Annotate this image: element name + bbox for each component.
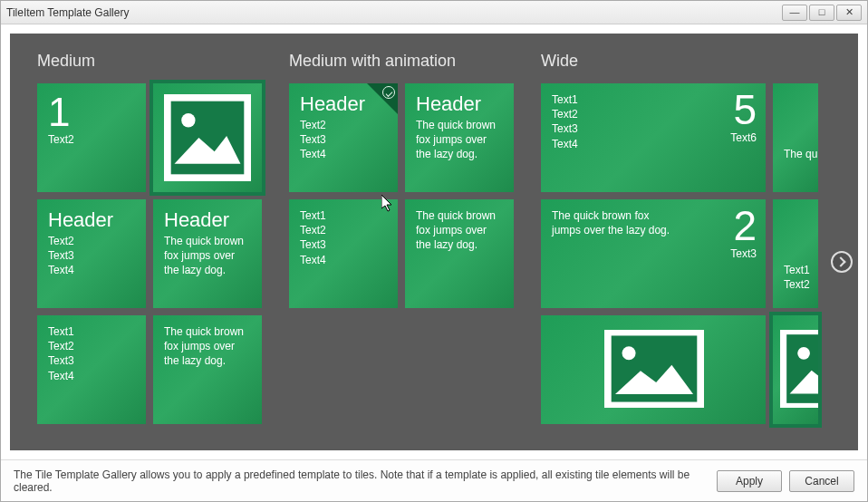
tile-wide-1b[interactable]: The quick brown fox jumps over the lazy … xyxy=(773,83,818,192)
tile-line: Text1 xyxy=(48,324,135,339)
section-title-wide: Wide xyxy=(541,52,818,71)
tile-medium-1[interactable]: 1 Text2 xyxy=(37,83,146,192)
tile-medium-5[interactable]: Text1 Text2 Text3 Text4 xyxy=(37,315,146,424)
minimize-button[interactable]: — xyxy=(782,5,807,21)
window-title: TileItem Template Gallery xyxy=(6,6,780,19)
tile-line: Text1 xyxy=(300,208,387,223)
tile-wide-3-image[interactable] xyxy=(541,315,766,424)
tile-line: Text4 xyxy=(48,263,135,277)
image-icon xyxy=(604,330,704,408)
tile-big-number: 2 xyxy=(730,205,757,246)
tile-line: Text2 xyxy=(300,118,387,132)
section-title-medium: Medium xyxy=(37,52,262,71)
footer-message: The Tile Template Gallery allows you to … xyxy=(14,468,709,494)
tile-body: The quick brown fox jumps over the lazy … xyxy=(164,324,251,369)
maximize-button[interactable]: □ xyxy=(809,5,834,21)
tile-big-number: 5 xyxy=(730,89,757,130)
titlebar: TileItem Template Gallery — □ ✕ xyxy=(1,1,867,24)
tile-line: Text3 xyxy=(300,237,387,252)
apply-button[interactable]: Apply xyxy=(717,470,782,492)
tile-body: The quick brown fox jumps over the lazy … xyxy=(164,234,251,278)
tile-line: Text2 xyxy=(300,223,387,237)
content: Medium 1 Text2 xyxy=(1,24,867,459)
tile-subtext: Text3 xyxy=(730,246,757,261)
tile-header: Header xyxy=(416,92,503,116)
close-button[interactable]: ✕ xyxy=(836,5,862,21)
tile-line: Text2 xyxy=(48,339,135,353)
tile-wide-2b[interactable]: Text1 Text2 xyxy=(773,199,818,308)
tile-line: Text1 xyxy=(784,263,807,277)
tile-line: Text3 xyxy=(48,248,135,263)
svg-point-6 xyxy=(622,346,636,360)
window: TileItem Template Gallery — □ ✕ Medium 1… xyxy=(0,0,868,502)
tile-subtext: Text2 xyxy=(48,132,135,147)
tile-line: Text4 xyxy=(552,137,755,151)
tile-body: The quick brown fox jumps over the lazy … xyxy=(552,208,679,237)
tile-line: Text4 xyxy=(300,147,387,161)
tile-body: The quick brown fox jumps over the lazy … xyxy=(784,147,807,161)
tile-line: Text2 xyxy=(48,234,135,248)
tile-line: Text4 xyxy=(300,253,387,267)
tile-medium-3[interactable]: Header Text2 Text3 Text4 xyxy=(37,199,146,308)
tile-big-number: 1 xyxy=(48,92,135,132)
tile-line: Text4 xyxy=(48,369,135,383)
tile-anim-4[interactable]: The quick brown fox jumps over the lazy … xyxy=(405,199,514,308)
section-title-anim: Medium with animation xyxy=(289,52,514,71)
tile-medium-4[interactable]: Header The quick brown fox jumps over th… xyxy=(153,199,262,308)
gallery: Medium 1 Text2 xyxy=(10,34,858,450)
tile-anim-3[interactable]: Text1 Text2 Text3 Text4 xyxy=(289,199,398,308)
tile-header: Header xyxy=(164,208,251,232)
image-icon xyxy=(780,330,818,408)
tile-medium-2-image[interactable] xyxy=(153,83,262,192)
svg-point-2 xyxy=(181,113,195,127)
tile-medium-6[interactable]: The quick brown fox jumps over the lazy … xyxy=(153,315,262,424)
window-buttons: — □ ✕ xyxy=(780,5,862,21)
tile-wide-2[interactable]: The quick brown fox jumps over the lazy … xyxy=(541,199,766,308)
image-icon xyxy=(164,94,251,181)
tile-body: The quick brown fox jumps over the lazy … xyxy=(416,118,503,162)
tile-line: Text3 xyxy=(552,121,755,136)
section-medium: Medium 1 Text2 xyxy=(37,52,262,432)
scroll-right-button[interactable] xyxy=(831,251,853,273)
tile-line: Text3 xyxy=(48,353,135,368)
tile-anim-2[interactable]: Header The quick brown fox jumps over th… xyxy=(405,83,514,192)
tile-wide-1[interactable]: Text1 Text2 Text3 Text4 5 Text6 xyxy=(541,83,766,192)
tile-line: Text1 xyxy=(552,92,755,107)
tile-line: Text2 xyxy=(552,107,755,121)
section-anim: Medium with animation Header Text2 Text3… xyxy=(289,52,514,432)
tile-line: Text3 xyxy=(300,132,387,147)
tile-subtext: Text6 xyxy=(730,130,757,145)
tile-anim-1[interactable]: Header Text2 Text3 Text4 xyxy=(289,83,398,192)
footer: The Tile Template Gallery allows you to … xyxy=(1,459,867,501)
tile-line: Text2 xyxy=(784,277,807,292)
tile-body: The quick brown fox jumps over the lazy … xyxy=(416,208,503,253)
tile-header: Header xyxy=(48,208,135,232)
check-icon xyxy=(382,86,395,99)
section-wide: Wide Text1 Text2 Text3 Text4 5 Text6 xyxy=(541,52,818,432)
cancel-button[interactable]: Cancel xyxy=(789,470,854,492)
svg-point-9 xyxy=(797,347,810,360)
tile-wide-3b-image[interactable] xyxy=(773,315,818,424)
